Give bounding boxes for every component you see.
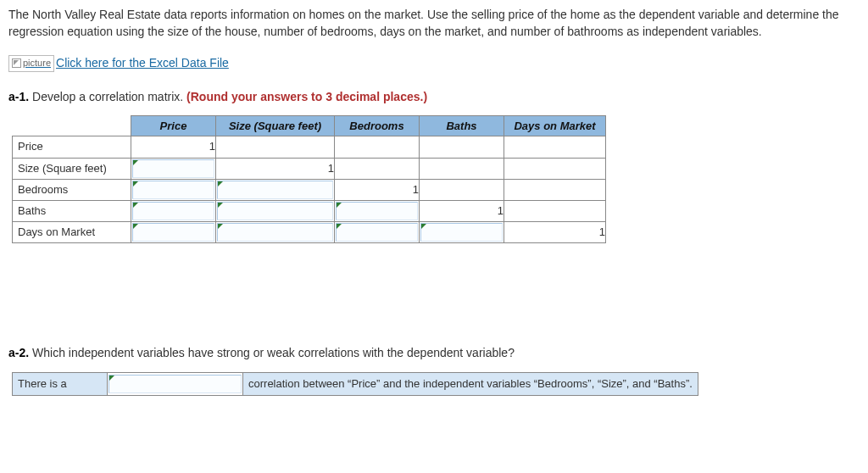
matrix-row: Price 1 xyxy=(13,136,606,158)
question-a1-note: (Round your answers to 3 decimal places.… xyxy=(186,90,427,103)
matrix-row: Baths 1 xyxy=(13,200,606,221)
question-a1: a-1. Develop a correlation matrix. (Roun… xyxy=(8,89,860,106)
matrix-row: Size (Square feet) 1 xyxy=(13,158,606,179)
question-a2-text: Which independent variables have strong … xyxy=(32,346,515,359)
matrix-row-label: Size (Square feet) xyxy=(13,158,131,179)
matrix-header: Bedrooms xyxy=(335,116,420,136)
matrix-header: Baths xyxy=(420,116,504,136)
question-a1-label: a-1. xyxy=(8,90,29,103)
matrix-input[interactable] xyxy=(132,202,214,220)
matrix-row: Days on Market 1 xyxy=(13,222,606,243)
excel-data-link[interactable]: picture Click here for the Excel Data Fi… xyxy=(8,55,229,72)
matrix-input[interactable] xyxy=(217,181,333,199)
correlation-matrix-table: Price Size (Square feet) Bedrooms Baths … xyxy=(12,115,606,243)
matrix-row-label: Days on Market xyxy=(13,222,131,243)
question-a1-text: Develop a correlation matrix. xyxy=(32,90,183,103)
matrix-input[interactable] xyxy=(217,202,333,220)
a2-fill-table: There is a correlation between “Price” a… xyxy=(12,372,698,396)
matrix-input[interactable] xyxy=(420,223,503,242)
matrix-input[interactable] xyxy=(132,181,214,199)
matrix-diag-cell: 1 xyxy=(216,158,335,179)
question-a2: a-2. Which independent variables have st… xyxy=(8,345,860,362)
matrix-input[interactable] xyxy=(132,159,214,178)
matrix-row: Bedrooms 1 xyxy=(13,179,606,200)
matrix-header: Price xyxy=(131,116,216,136)
matrix-input[interactable] xyxy=(336,202,418,220)
matrix-input[interactable] xyxy=(132,223,214,242)
intro-text: The North Valley Real Estate data report… xyxy=(8,7,860,40)
excel-link-label: Click here for the Excel Data File xyxy=(56,55,229,72)
matrix-input[interactable] xyxy=(217,223,333,242)
question-a2-label: a-2. xyxy=(8,346,29,359)
matrix-diag-cell: 1 xyxy=(131,136,216,158)
matrix-diag-cell: 1 xyxy=(335,179,420,200)
matrix-header: Days on Market xyxy=(504,116,606,136)
a2-correlation-dropdown[interactable] xyxy=(108,375,242,393)
matrix-row-label: Bedrooms xyxy=(13,179,131,200)
matrix-row-label: Baths xyxy=(13,200,131,221)
matrix-diag-cell: 1 xyxy=(504,222,606,243)
matrix-row-label: Price xyxy=(13,136,131,158)
matrix-input[interactable] xyxy=(336,223,418,242)
matrix-diag-cell: 1 xyxy=(420,200,504,221)
a2-lead-text: There is a xyxy=(13,372,108,395)
matrix-header: Size (Square feet) xyxy=(216,116,335,136)
broken-image-icon: picture xyxy=(8,55,54,71)
a2-tail-text: correlation between “Price” and the inde… xyxy=(243,372,698,395)
